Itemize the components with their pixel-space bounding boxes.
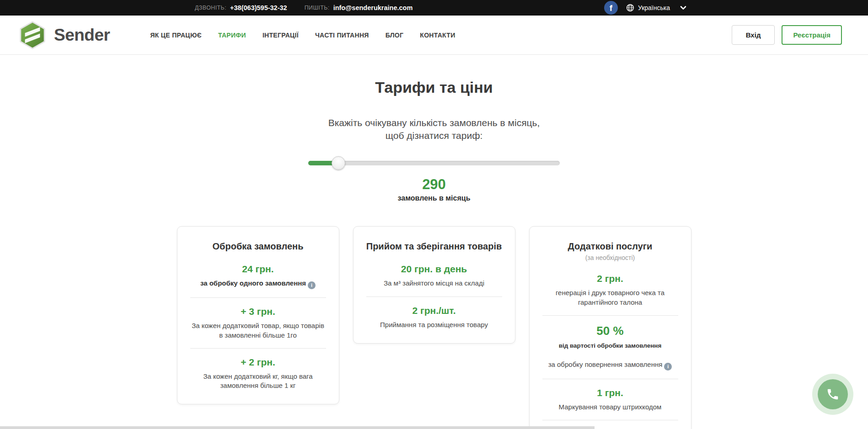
orders-slider [308, 156, 560, 170]
card-title: Обробка замовлень [189, 241, 327, 252]
next-section-edge [0, 426, 595, 429]
price-desc-text: за обробку повернення замовлення [548, 360, 663, 368]
login-button[interactable]: Вхід [732, 25, 775, 45]
write-label: ПИШІТЬ: [305, 5, 330, 11]
divider [542, 379, 678, 379]
nav-item-integrations[interactable]: ІНТЕГРАЦІЇ [263, 32, 299, 39]
pricing-card-storage: Прийом та зберігання товарів 20 грн. в д… [353, 226, 515, 344]
price-value: 2 грн./шт. [365, 305, 503, 316]
phone-icon [818, 379, 848, 409]
pricing-cards: Обробка замовлень 24 грн. за обробку одн… [0, 226, 868, 429]
language-selector[interactable]: Українська [626, 4, 686, 12]
site-header: Sender ЯК ЦЕ ПРАЦЮЄ ТАРИФИ ІНТЕГРАЦІЇ ЧА… [0, 16, 868, 55]
price-desc: за обробку повернення замовлення [541, 360, 679, 371]
price-value: + 2 грн. [189, 357, 327, 368]
email-address[interactable]: info@senderukraine.com [333, 4, 413, 11]
page-title: Тарифи та ціни [0, 79, 868, 96]
divider [190, 297, 326, 298]
info-icon[interactable] [664, 363, 672, 371]
sender-hexagon-icon [18, 21, 47, 49]
brand-name: Sender [54, 26, 110, 45]
price-value: 24 грн. [189, 264, 327, 275]
price-desc: За м³ зайнятого місця на складі [365, 279, 503, 288]
orders-count-label: замовлень в місяць [0, 194, 868, 202]
language-label: Українська [638, 4, 670, 11]
price-desc-bold: від вартості обробки замовлення [541, 342, 679, 349]
price-desc-text: за обробку одного замовлення [200, 279, 306, 287]
price-value: + 3 грн. [189, 306, 327, 317]
slider-prompt: Вкажіть очікувану кількість замовлень в … [0, 117, 868, 142]
call-fab-button[interactable] [812, 374, 853, 415]
price-desc: За кожен додатковий кг, якщо вага замовл… [189, 372, 327, 391]
nav-item-blog[interactable]: БЛОГ [386, 32, 404, 39]
orders-count-value: 290 [0, 176, 868, 193]
contact-info: ДЗВОНІТЬ: +38(063)595-32-32 ПИШІТЬ: info… [195, 4, 413, 11]
nav-item-tariffs[interactable]: ТАРИФИ [218, 32, 246, 39]
email-contact: ПИШІТЬ: info@senderukraine.com [305, 4, 413, 11]
price-value: 2 грн. [541, 273, 679, 284]
divider [190, 348, 326, 349]
top-contact-bar: ДЗВОНІТЬ: +38(063)595-32-32 ПИШІТЬ: info… [0, 0, 868, 16]
register-button[interactable]: Реєстрація [782, 25, 842, 45]
price-value: 1 грн. [541, 387, 679, 398]
slider-track[interactable] [308, 161, 560, 165]
card-title: Прийом та зберігання товарів [365, 241, 503, 252]
price-desc: генерація і друк товарного чека та гаран… [541, 288, 679, 307]
card-title: Додаткові послуги [541, 241, 679, 252]
price-desc: Маркування товару штрихкодом [541, 403, 679, 412]
price-desc: Приймання та розміщення товару [365, 320, 503, 329]
chevron-down-icon [680, 5, 686, 10]
call-label: ДЗВОНІТЬ: [195, 5, 226, 11]
slider-thumb[interactable] [332, 156, 345, 170]
divider [366, 297, 502, 297]
price-desc: За кожен додатковий товар, якщо товарів … [189, 321, 327, 340]
nav-item-how-it-works[interactable]: ЯК ЦЕ ПРАЦЮЄ [150, 32, 201, 39]
slider-prompt-line1: Вкажіть очікувану кількість замовлень в … [0, 117, 868, 129]
divider [542, 315, 678, 316]
info-icon[interactable] [308, 281, 316, 289]
nav-item-contacts[interactable]: КОНТАКТИ [420, 32, 455, 39]
phone-contact: ДЗВОНІТЬ: +38(063)595-32-32 [195, 4, 287, 11]
card-subtitle: (за необхідності) [541, 254, 679, 261]
logo[interactable]: Sender [18, 21, 110, 49]
pricing-card-additional-services: Додаткові послуги (за необхідності) 2 гр… [529, 226, 691, 429]
phone-number[interactable]: +38(063)595-32-32 [230, 4, 287, 11]
pricing-card-order-processing: Обробка замовлень 24 грн. за обробку одн… [177, 226, 339, 404]
globe-icon [626, 4, 634, 12]
divider [542, 420, 678, 420]
facebook-icon[interactable] [604, 1, 618, 15]
main-nav: ЯК ЦЕ ПРАЦЮЄ ТАРИФИ ІНТЕГРАЦІЇ ЧАСТІ ПИТ… [150, 32, 455, 39]
price-value: 20 грн. в день [365, 264, 503, 275]
nav-item-faq[interactable]: ЧАСТІ ПИТАННЯ [315, 32, 369, 39]
price-desc: за обробку одного замовлення [189, 279, 327, 289]
slider-prompt-line2: щоб дізнатися тариф: [0, 129, 868, 142]
price-value: 50 % [541, 324, 679, 338]
